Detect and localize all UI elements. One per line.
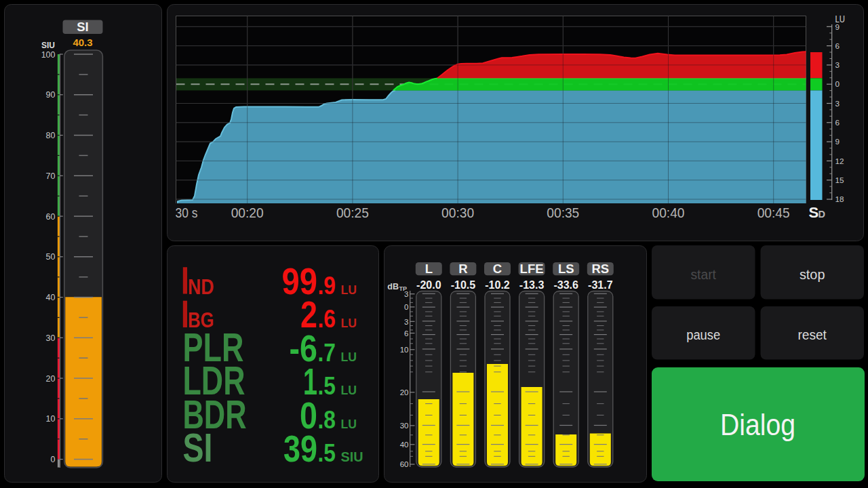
svg-text:D: D [818,209,825,220]
svg-text:LS: LS [558,262,574,276]
svg-text:.7: .7 [318,339,336,367]
svg-text:15: 15 [835,176,845,184]
svg-text:00:40: 00:40 [652,206,685,220]
svg-text:0: 0 [51,455,56,464]
svg-text:SI: SI [77,20,88,34]
svg-text:70: 70 [46,171,56,181]
svg-text:90: 90 [46,90,56,100]
svg-text:40: 40 [46,293,56,302]
svg-text:.5: .5 [318,372,336,400]
svg-text:9: 9 [835,22,840,31]
svg-text:18: 18 [835,195,844,203]
svg-text:0: 0 [835,79,840,88]
svg-text:20: 20 [400,388,409,396]
svg-text:40.3: 40.3 [73,37,92,48]
svg-text:RS: RS [591,262,609,276]
svg-text:0: 0 [404,303,408,311]
svg-text:50: 50 [46,252,56,262]
svg-text:LFE: LFE [520,262,544,276]
svg-text:3: 3 [835,99,840,108]
svg-text:10: 10 [46,414,56,424]
svg-text:dB: dB [387,282,399,291]
svg-text:60: 60 [46,212,56,222]
svg-text:R: R [458,262,467,276]
svg-text:3: 3 [835,60,840,69]
svg-text:80: 80 [46,131,56,140]
svg-text:12: 12 [835,157,844,165]
svg-text:40: 40 [400,441,409,449]
svg-text:S: S [809,204,819,221]
svg-text:30: 30 [400,422,409,430]
svg-text:L: L [425,262,433,276]
svg-text:SI: SI [183,425,213,470]
svg-text:00:35: 00:35 [547,206,579,220]
svg-text:30 s: 30 s [176,206,198,220]
svg-text:C: C [493,262,502,276]
svg-text:00:25: 00:25 [336,206,369,220]
svg-text:9: 9 [835,137,840,146]
svg-text:3: 3 [404,318,408,326]
svg-text:Dialog: Dialog [720,409,795,441]
svg-text:6: 6 [835,41,840,50]
svg-text:.8: .8 [318,406,336,434]
svg-text:.6: .6 [318,305,336,333]
svg-text:SIU: SIU [41,41,55,50]
svg-text:00:20: 00:20 [231,206,264,220]
svg-text:30: 30 [46,333,56,343]
svg-text:10: 10 [400,346,409,354]
svg-text:00:30: 00:30 [441,206,474,220]
svg-text:6: 6 [404,329,408,338]
svg-text:-10.5: -10.5 [451,279,476,291]
svg-text:39: 39 [283,428,317,470]
svg-text:00:45: 00:45 [757,206,790,220]
svg-text:LU: LU [341,417,357,431]
svg-text:20: 20 [46,374,56,384]
svg-text:LU: LU [341,283,357,297]
svg-text:6: 6 [835,118,840,127]
svg-text:LU: LU [341,350,357,364]
svg-text:stop: stop [800,267,825,282]
svg-text:-31.7: -31.7 [588,279,613,291]
svg-text:100: 100 [41,50,56,60]
svg-text:-33.6: -33.6 [553,279,578,291]
svg-text:3: 3 [404,290,408,298]
svg-text:.9: .9 [318,272,336,300]
svg-text:reset: reset [797,327,827,342]
svg-text:ND: ND [188,274,214,299]
svg-text:SIU: SIU [341,449,363,464]
svg-text:pause: pause [686,327,720,342]
svg-text:-10.2: -10.2 [485,279,510,291]
svg-text:-13.3: -13.3 [519,279,545,291]
svg-text:LU: LU [341,316,357,330]
svg-text:.5: .5 [318,439,336,467]
svg-text:start: start [690,267,716,282]
svg-text:LU: LU [341,383,357,397]
svg-text:-20.0: -20.0 [416,279,441,291]
svg-text:60: 60 [400,460,409,468]
